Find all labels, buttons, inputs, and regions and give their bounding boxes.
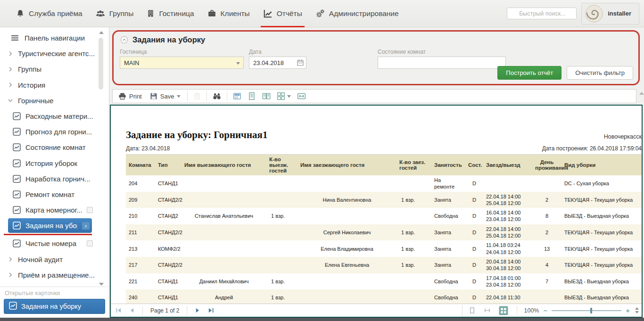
window-bottom-edge xyxy=(0,318,644,321)
save-button[interactable]: Save xyxy=(147,91,184,101)
multi-page-view-button[interactable] xyxy=(274,91,293,102)
last-page-button[interactable] xyxy=(206,306,216,314)
column-header-days: День проживания xyxy=(532,155,561,176)
sidebar-item-13[interactable]: Чистые номера xyxy=(0,236,97,251)
view-properties-button[interactable] xyxy=(231,91,244,102)
zoom-in-button[interactable]: + xyxy=(626,307,630,314)
open-cards-label: Открытые карточки xyxy=(5,289,105,296)
sidebar-item-label: Панель навигации xyxy=(25,34,85,42)
calendar-icon[interactable] xyxy=(297,59,304,66)
nav-item-admin[interactable]: Администрирование xyxy=(309,0,405,27)
nav-item-clients[interactable]: Клиенты xyxy=(201,0,256,27)
nav-item-label: Служба приёма xyxy=(29,9,83,18)
room-state-field-group: Состояние комнат xyxy=(378,49,506,69)
sidebar-item-16[interactable]: Бронирование xyxy=(0,283,97,287)
sidebar-item-0[interactable]: Панель навигации xyxy=(0,30,97,46)
sidebar-item-7[interactable]: Состояние комнат xyxy=(0,140,97,155)
pin-card-icon[interactable] xyxy=(87,240,93,247)
cell-days: 2 xyxy=(532,224,561,241)
sidebar-item-8[interactable]: История уборок xyxy=(0,156,97,171)
sidebar-item-2[interactable]: Группы xyxy=(0,61,97,77)
search-input[interactable] xyxy=(507,8,577,19)
collapse-panel-icon[interactable] xyxy=(120,36,128,44)
chart-icon xyxy=(9,302,17,311)
report-page: Задание на уборку: Горничная1 Новочеркас… xyxy=(111,106,642,304)
sidebar-item-label: Состояние комнат xyxy=(25,143,86,151)
pin-card-icon[interactable] xyxy=(87,207,93,213)
printer-icon xyxy=(118,92,126,100)
report-chart-icon xyxy=(13,112,21,120)
sidebar-item-15[interactable]: Приём и размещение... xyxy=(0,267,97,283)
zoom-out-button[interactable]: − xyxy=(543,307,547,314)
prev-page-button[interactable] xyxy=(127,306,137,314)
sidebar-scrollbar[interactable] xyxy=(98,31,104,286)
preview-scroll-arrows[interactable] xyxy=(635,307,639,313)
sidebar-item-1[interactable]: Туристические агентс... xyxy=(0,46,97,61)
hotel-select[interactable]: MAIN xyxy=(120,57,244,69)
hotel-label: Гостиница xyxy=(120,49,244,55)
scroll-up-icon[interactable] xyxy=(635,307,639,310)
sidebar-item-3[interactable]: История xyxy=(0,77,97,93)
first-page-button[interactable] xyxy=(114,306,124,314)
cell-checkin-out: 11.04.18 03:24 24.04.18 12:00 xyxy=(483,240,532,257)
scroll-down-icon[interactable] xyxy=(635,311,639,313)
cell-out-count xyxy=(266,224,297,241)
active-card-arrow-icon[interactable]: › xyxy=(82,222,90,230)
users-icon xyxy=(96,9,105,18)
room-state-input[interactable] xyxy=(378,57,506,69)
user-menu[interactable]: installer xyxy=(581,3,639,25)
multi-page-caret-icon[interactable] xyxy=(287,95,291,98)
cell-out-guest: Станислав Анатольевич xyxy=(182,208,266,224)
sidebar-item-label: Группы xyxy=(18,65,41,73)
column-header-state: Сост. xyxy=(465,155,483,176)
scroll-down-icon[interactable] xyxy=(99,283,104,286)
nav-item-hotel[interactable]: Гостиница xyxy=(140,0,200,27)
toolbar-separator xyxy=(187,91,188,101)
scroll-up-icon[interactable] xyxy=(99,31,104,34)
zoom-page-fit-button[interactable] xyxy=(467,306,478,315)
next-page-button[interactable] xyxy=(193,306,203,314)
zoom-slider-handle[interactable] xyxy=(590,308,592,313)
sidebar-item-10[interactable]: Ремонт комнат xyxy=(0,187,97,202)
chevron-right-icon xyxy=(8,272,13,278)
sidebar-item-11[interactable]: Карта номерног... xyxy=(0,202,97,218)
nav-item-label: Клиенты xyxy=(221,9,250,18)
zoom-slider-track[interactable] xyxy=(552,310,621,311)
cell-days: 8 xyxy=(532,208,561,224)
zoom-page-width-button[interactable] xyxy=(482,306,493,315)
nav-item-groups[interactable]: Группы xyxy=(89,0,140,27)
build-report-button[interactable]: Построить отчёт xyxy=(497,66,561,80)
sidebar-item-12[interactable]: Задания на убор...› xyxy=(8,218,92,233)
column-header-out-guest: Имя выезжающего гостя xyxy=(182,155,266,176)
zoom-multi-page-button[interactable] xyxy=(497,305,510,316)
cell-room: 209 xyxy=(126,192,155,208)
open-card-cleaning-tasks[interactable]: Задания на уборку xyxy=(4,299,105,314)
save-dropdown-caret-icon[interactable] xyxy=(177,95,181,98)
single-page-view-button[interactable] xyxy=(245,91,258,102)
app-window: Служба приёмаГруппыГостиницаКлиентыОтчёт… xyxy=(0,0,644,321)
zoom-slider[interactable] xyxy=(552,307,621,314)
main-scroll-up-icon[interactable] xyxy=(639,92,644,95)
nav-item-reception[interactable]: Служба приёма xyxy=(9,0,89,27)
nav-item-reports[interactable]: Отчёты xyxy=(256,0,309,27)
sidebar-item-9[interactable]: Наработка горнич... xyxy=(0,171,97,187)
cell-checkin-out: 20.04.18 14:00 30.04.18 12:00 xyxy=(483,257,532,273)
sidebar-item-6[interactable]: Прогноз для горни... xyxy=(0,124,97,140)
scrollbar-thumb[interactable] xyxy=(99,38,103,90)
cell-in-guest xyxy=(297,208,396,224)
cell-state: D xyxy=(465,192,483,208)
fit-width-button[interactable] xyxy=(295,91,308,102)
print-button[interactable]: Print xyxy=(115,91,145,102)
filter-header: Задания на уборку xyxy=(120,35,632,44)
two-page-view-button[interactable] xyxy=(260,91,273,102)
cell-out-guest xyxy=(182,175,266,192)
column-header-in-count: К-во заез. гостей xyxy=(396,155,431,176)
edit-page-button[interactable]: ? xyxy=(191,91,203,101)
sidebar-item-14[interactable]: Ночной аудит xyxy=(0,251,97,267)
statusbar-separator xyxy=(517,306,517,315)
find-button[interactable] xyxy=(210,91,223,102)
sidebar-item-5[interactable]: Расходные матери... xyxy=(0,108,97,124)
gears-icon xyxy=(315,9,325,18)
clear-filter-button[interactable]: Очистить фильтр xyxy=(567,66,633,80)
sidebar-item-4[interactable]: Горничные xyxy=(0,93,97,108)
